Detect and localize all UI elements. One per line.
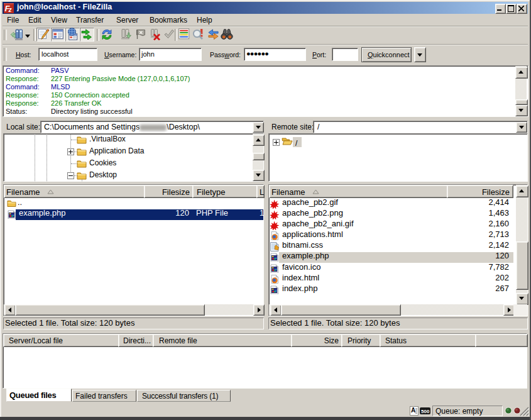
svg-text:z: z	[8, 6, 12, 13]
